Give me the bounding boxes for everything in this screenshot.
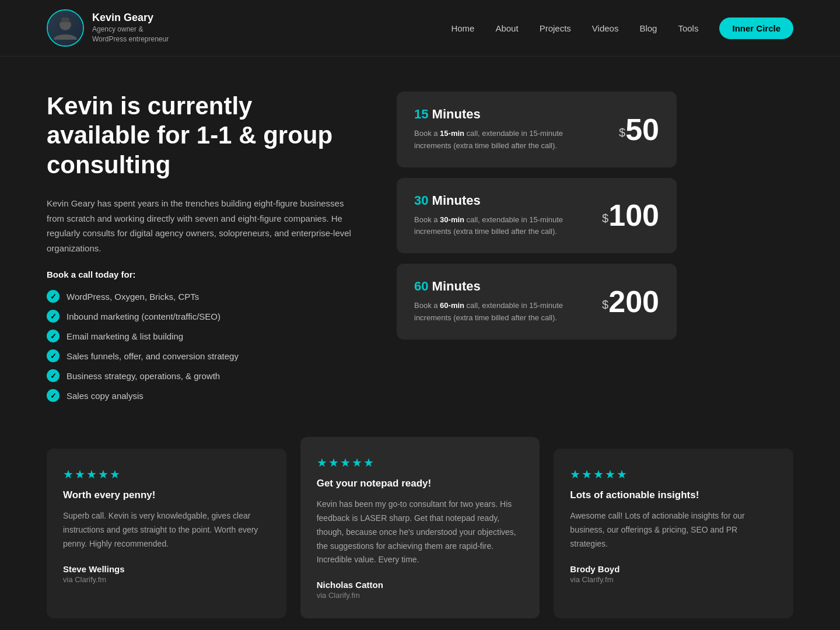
pricing-card-left: 60 Minutes Book a 60-min call, extendabl… (414, 279, 589, 324)
pricing-card-30[interactable]: 30 Minutes Book a 30-min call, extendabl… (397, 178, 677, 254)
check-icon: ✓ (47, 310, 60, 323)
nav-videos[interactable]: Videos (592, 23, 619, 33)
nav-projects[interactable]: Projects (540, 23, 571, 33)
brand-tagline: Agency owner & WordPress entrepreneur (92, 24, 169, 44)
pricing-duration: 60 Minutes (414, 279, 589, 294)
check-icon: ✓ (47, 349, 60, 362)
testimonial-card-3: ★★★★★ Lots of actionable insights! Aweso… (554, 449, 793, 618)
pricing-desc: Book a 30-min call, extendable in 15-min… (414, 214, 589, 239)
testimonial-title-3: Lots of actionable insights! (570, 489, 777, 501)
testimonial-text-2: Kevin has been my go-to consultant for t… (317, 498, 524, 567)
pricing-duration: 15 Minutes (414, 107, 589, 122)
pricing-price: $200 (602, 286, 659, 317)
pricing-price: $50 (619, 114, 659, 145)
testimonial-title-2: Get your notepad ready! (317, 478, 524, 489)
testimonials-section: ★★★★★ Worth every penny! Superb call. Ke… (47, 449, 793, 618)
avatar (47, 9, 84, 47)
inner-circle-button[interactable]: Inner Circle (719, 18, 793, 39)
pricing-cards: 15 Minutes Book a 15-min call, extendabl… (397, 92, 677, 340)
pricing-card-left: 30 Minutes Book a 30-min call, extendabl… (414, 193, 589, 239)
list-item: ✓ Email marketing & list building (47, 330, 362, 342)
list-item: ✓ Sales funnels, offer, and conversion s… (47, 349, 362, 362)
list-item: ✓ Business strategy, operations, & growt… (47, 369, 362, 382)
hero-section: Kevin is currently available for 1-1 & g… (47, 92, 793, 402)
hero-title: Kevin is currently available for 1-1 & g… (47, 92, 362, 180)
nav-tools[interactable]: Tools (678, 23, 698, 33)
testimonial-card-2: ★★★★★ Get your notepad ready! Kevin has … (300, 437, 540, 618)
testimonial-title-1: Worth every penny! (63, 489, 270, 501)
book-call-label: Book a call today for: (47, 270, 362, 279)
stars-1: ★★★★★ (63, 467, 270, 481)
stars-3: ★★★★★ (570, 467, 777, 481)
list-item: ✓ Sales copy analysis (47, 389, 362, 402)
nav-blog[interactable]: Blog (639, 23, 657, 33)
hero-content: Kevin is currently available for 1-1 & g… (47, 92, 362, 402)
testimonial-card-1: ★★★★★ Worth every penny! Superb call. Ke… (47, 449, 286, 618)
pricing-desc: Book a 60-min call, extendable in 15-min… (414, 300, 589, 324)
check-icon: ✓ (47, 330, 60, 342)
brand-logo[interactable]: Kevin Geary Agency owner & WordPress ent… (47, 9, 169, 47)
testimonial-author-3: Brody Boyd (570, 564, 777, 574)
testimonial-via-1: via Clarify.fm (63, 575, 270, 584)
check-icon: ✓ (47, 369, 60, 382)
list-item: ✓ Inbound marketing (content/traffic/SEO… (47, 310, 362, 323)
check-icon: ✓ (47, 389, 60, 402)
pricing-desc: Book a 15-min call, extendable in 15-min… (414, 128, 589, 152)
nav-home[interactable]: Home (451, 23, 474, 33)
main-nav: Home About Projects Videos Blog Tools In… (451, 18, 793, 39)
testimonial-author-1: Steve Wellings (63, 564, 270, 574)
pricing-card-15[interactable]: 15 Minutes Book a 15-min call, extendabl… (397, 92, 677, 167)
brand-name: Kevin Geary (92, 12, 169, 24)
nav-about[interactable]: About (495, 23, 518, 33)
testimonial-text-3: Awesome call! Lots of actionable insight… (570, 509, 777, 551)
pricing-price: $100 (602, 200, 659, 230)
testimonial-via-2: via Clarify.fm (317, 591, 524, 600)
pricing-card-60[interactable]: 60 Minutes Book a 60-min call, extendabl… (397, 264, 677, 340)
list-item: ✓ WordPress, Oxygen, Bricks, CPTs (47, 290, 362, 303)
svg-rect-2 (61, 18, 69, 22)
hero-description: Kevin Geary has spent years in the trenc… (47, 196, 362, 256)
pricing-card-left: 15 Minutes Book a 15-min call, extendabl… (414, 107, 589, 152)
testimonial-via-3: via Clarify.fm (570, 575, 777, 584)
checklist: ✓ WordPress, Oxygen, Bricks, CPTs ✓ Inbo… (47, 290, 362, 402)
stars-2: ★★★★★ (317, 456, 524, 470)
brand-text: Kevin Geary Agency owner & WordPress ent… (92, 12, 169, 44)
testimonial-text-1: Superb call. Kevin is very knowledgable,… (63, 509, 270, 551)
pricing-duration: 30 Minutes (414, 193, 589, 208)
check-icon: ✓ (47, 290, 60, 303)
testimonial-author-2: Nicholas Catton (317, 580, 524, 590)
avatar-image (48, 10, 83, 46)
